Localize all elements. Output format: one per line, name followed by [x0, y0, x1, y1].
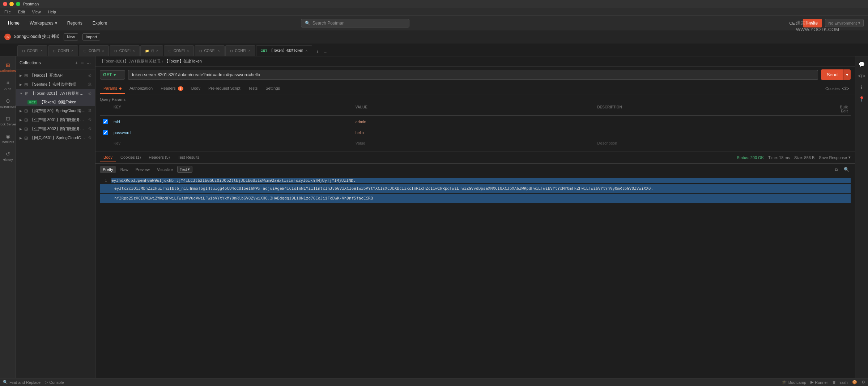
tab-3[interactable]: ⊟ CONFI ×	[79, 45, 109, 56]
collection-token[interactable]: ▼ ⊞ 【Token-8201】JWT数据相关处理 公	[16, 89, 95, 98]
menu-help[interactable]: Help	[46, 9, 58, 15]
method-select[interactable]: GET ▾	[100, 70, 125, 80]
menu-edit[interactable]: Edit	[17, 9, 26, 15]
tab-3-close[interactable]: ×	[102, 49, 104, 53]
tab-more[interactable]: ···	[322, 48, 329, 56]
env-selector[interactable]: No Environment ▾	[825, 19, 864, 27]
menu-file[interactable]: File	[3, 9, 12, 15]
sort-collections-btn[interactable]: ≡	[80, 59, 84, 67]
tab-7-close[interactable]: ×	[248, 49, 251, 53]
resp-tab-cookies[interactable]: Cookies (1)	[117, 153, 144, 162]
format-pretty[interactable]: Pretty	[100, 166, 116, 173]
save-response-btn[interactable]: Save Response ▾	[819, 155, 851, 160]
param-mid-checkbox[interactable]	[103, 119, 108, 124]
tab-1[interactable]: ⊟ CONFI ×	[17, 45, 47, 56]
resp-tab-test-results[interactable]: Test Results	[174, 153, 203, 162]
tab-6-close[interactable]: ×	[218, 49, 220, 53]
bootcamp-btn[interactable]: 🎓 Bootcamp	[782, 380, 807, 385]
sub-item-get-token[interactable]: GET 【Token】创建Token	[16, 98, 95, 106]
req-tab-params[interactable]: Params	[100, 83, 125, 94]
format-preview[interactable]: Preview	[133, 166, 153, 173]
close-btn[interactable]	[3, 2, 7, 6]
tab-4-close[interactable]: ×	[133, 49, 135, 53]
tab-1-close[interactable]: ×	[41, 49, 43, 53]
sidebar-item-mock-servers[interactable]: ⊡ Mock Servers	[0, 113, 16, 129]
cookies-link[interactable]: Cookies	[825, 86, 840, 91]
tab-7[interactable]: ⊟ CONFI ×	[225, 45, 255, 56]
param-add-key[interactable]	[111, 140, 353, 147]
right-btn-comment[interactable]: 💬	[857, 59, 867, 69]
import-button[interactable]: Import	[82, 33, 100, 40]
send-dropdown[interactable]: ▾	[843, 69, 851, 80]
req-tab-pre-request[interactable]: Pre-request Script	[205, 83, 244, 94]
find-replace-btn[interactable]: 🔍 Find and Replace	[3, 380, 41, 385]
cookie-btn[interactable]: 🍪	[852, 380, 857, 385]
format-type-select[interactable]: Text ▾	[177, 166, 192, 173]
nav-reports[interactable]: Reports	[64, 19, 86, 27]
col-description: DESCRIPTION	[594, 104, 836, 114]
sidebar-item-history[interactable]: ↺ History	[0, 148, 16, 164]
collection-gateway[interactable]: ▶ ⊞ 【网关-9501】SpringCloudGateway 公	[16, 133, 95, 142]
settings-status-btn[interactable]: ⚙	[861, 380, 865, 385]
url-input[interactable]	[128, 70, 818, 80]
right-btn-info[interactable]: ℹ	[857, 82, 867, 93]
monitors-icon: ◉	[6, 133, 10, 139]
collection-nacos[interactable]: ▶ ⊞ 【Nacos】开放API 公	[16, 71, 95, 80]
tab-folder-close[interactable]: ×	[156, 49, 158, 53]
response-size: Size: 856 B	[794, 155, 814, 160]
tab-active[interactable]: GET 【Token】创建Token ×	[256, 45, 312, 56]
response-body[interactable]: 1 eyJhdXRob3JpemF0aW9uIjoxhbTljY4iLC3tb2…	[95, 175, 855, 378]
tab-5-close[interactable]: ×	[187, 49, 189, 53]
search-bar[interactable]: 🔍 Search Postman	[301, 19, 409, 27]
sidebar-item-monitors[interactable]: ◉ Monitors	[0, 130, 16, 147]
tab-2[interactable]: ⊟ CONFI ×	[48, 45, 78, 56]
console-btn[interactable]: ▷ Console	[45, 380, 64, 385]
add-collection-btn[interactable]: +	[74, 59, 78, 67]
nav-workspaces[interactable]: Workspaces ▾	[26, 19, 61, 27]
req-tab-authorization[interactable]: Authorization	[126, 83, 156, 94]
collection-sentinel[interactable]: ▶ ⊞ 【Sentinel】实时监控数据 漾	[16, 80, 95, 89]
collection-producer-8002[interactable]: ▶ ⊞ 【生产端-8002】部门微服务接口测试 公	[16, 124, 95, 133]
format-raw[interactable]: Raw	[118, 166, 131, 173]
maximize-btn[interactable]	[16, 2, 20, 6]
sidebar-item-environments[interactable]: ⊙ Environments	[0, 95, 16, 111]
new-button[interactable]: New	[64, 33, 78, 40]
req-tab-body[interactable]: Body	[188, 83, 204, 94]
tab-2-close[interactable]: ×	[71, 49, 73, 53]
runner-btn[interactable]: ▶ Runner	[810, 380, 828, 385]
tab-add[interactable]: +	[313, 47, 322, 56]
tab-4[interactable]: ⊟ CONFI ×	[110, 45, 140, 56]
right-btn-code[interactable]: </>	[857, 71, 867, 81]
req-tab-headers[interactable]: Headers 8	[157, 83, 187, 94]
copy-response-btn[interactable]: ⧉	[832, 165, 841, 174]
right-btn-location[interactable]: 📍	[857, 94, 867, 104]
req-tab-tests[interactable]: Tests	[245, 83, 261, 94]
param-add-desc[interactable]	[594, 140, 836, 147]
req-tab-settings[interactable]: Settings	[262, 83, 284, 94]
sidebar-item-apis[interactable]: ⌗ APIs	[0, 77, 16, 94]
collection-consumer[interactable]: ▶ ⊞ 【消费端-80】SpringCloud消费端 漾	[16, 106, 95, 115]
search-response-btn[interactable]: 🔍	[842, 165, 851, 174]
console-icon: ▷	[45, 380, 48, 385]
resp-tab-body[interactable]: Body	[100, 153, 116, 162]
invite-button[interactable]: Invite	[803, 19, 822, 27]
tab-new-folder[interactable]: 📁 ⊟ ×	[140, 45, 163, 56]
param-add-value[interactable]	[353, 140, 595, 147]
param-password-checkbox[interactable]	[103, 130, 108, 135]
minimize-btn[interactable]	[9, 2, 14, 6]
tab-5[interactable]: ⊟ CONFI ×	[164, 45, 194, 56]
bulk-edit-btn[interactable]: Bulk Edit	[836, 104, 851, 114]
format-visualize[interactable]: Visualize	[154, 166, 176, 173]
trash-btn[interactable]: 🗑 Trash	[832, 380, 848, 385]
more-options-btn[interactable]: ···	[86, 59, 92, 67]
resp-tab-headers[interactable]: Headers (5)	[145, 153, 173, 162]
tab-active-close[interactable]: ×	[305, 49, 307, 53]
send-button[interactable]: Send	[821, 69, 843, 80]
code-view-btn[interactable]: </>	[841, 84, 851, 93]
nav-home[interactable]: Home	[4, 19, 23, 27]
sidebar-item-collections[interactable]: ⊞ Collections	[0, 59, 16, 76]
tab-6[interactable]: ⊟ CONFI ×	[195, 45, 225, 56]
menu-view[interactable]: View	[31, 9, 42, 15]
nav-explore[interactable]: Explore	[89, 19, 111, 27]
collection-producer-8001[interactable]: ▶ ⊞ 【生产端-8001】部门微服务接口测试 公	[16, 115, 95, 124]
